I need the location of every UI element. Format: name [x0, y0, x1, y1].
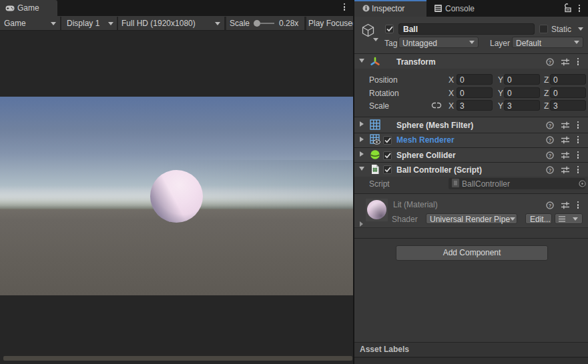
svg-text:?: ? [549, 59, 552, 65]
svg-text:?: ? [549, 137, 552, 143]
svg-text:?: ? [549, 123, 552, 129]
svg-text:?: ? [549, 167, 552, 173]
svg-text:?: ? [549, 203, 552, 209]
svg-text:?: ? [549, 153, 552, 159]
